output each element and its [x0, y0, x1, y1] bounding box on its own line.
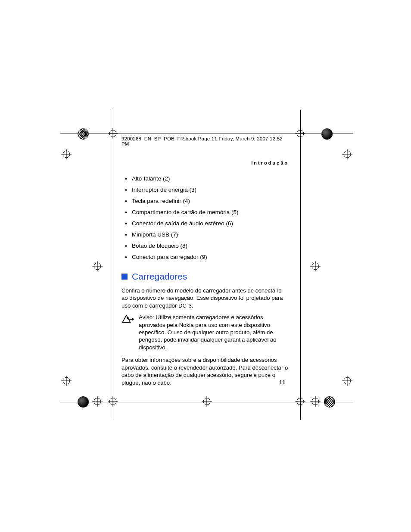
- list-item: Interruptor de energia (3): [121, 186, 289, 194]
- registration-cross-icon: [61, 376, 72, 386]
- crop-line: [300, 110, 301, 420]
- list-item: Tecla para redefinir (4): [121, 197, 289, 205]
- registration-cross-icon: [92, 396, 103, 407]
- registration-dot-icon: [78, 396, 89, 408]
- body-paragraph: Confira o número do modelo do carregador…: [121, 287, 289, 309]
- registration-cross-icon: [108, 128, 118, 139]
- registration-cross-icon: [295, 396, 305, 407]
- print-header-line: 9200268_EN_SP_POB_FR.book Page 11 Friday…: [121, 136, 289, 146]
- registration-cross-icon: [61, 149, 72, 159]
- registration-cross-icon: [342, 149, 352, 159]
- warning-block: Aviso: Utilize somente carregadores e ac…: [121, 314, 289, 351]
- registration-cross-icon: [92, 261, 103, 271]
- heading-text: Carregadores: [132, 271, 187, 282]
- section-heading: Carregadores: [121, 271, 289, 282]
- registration-cross-icon: [310, 396, 321, 407]
- crop-line: [60, 134, 353, 134]
- page-content: 9200268_EN_SP_POB_FR.book Page 11 Friday…: [121, 136, 289, 391]
- registration-cross-icon: [342, 376, 352, 386]
- square-bullet-icon: [121, 274, 128, 280]
- svg-marker-41: [132, 317, 134, 320]
- warning-text: Aviso: Utilize somente carregadores e ac…: [139, 314, 289, 351]
- registration-mark-icon: [324, 396, 335, 408]
- list-item: Botão de bloqueio (8): [121, 242, 289, 250]
- registration-mark-icon: [78, 128, 89, 140]
- list-item: Conector para carregador (9): [121, 253, 289, 261]
- registration-dot-icon: [321, 128, 333, 140]
- registration-cross-icon: [310, 261, 321, 271]
- body-paragraph: Para obter informações sobre a disponibi…: [121, 356, 289, 386]
- crop-line: [113, 110, 113, 420]
- registration-cross-icon: [295, 128, 305, 139]
- registration-cross-icon: [202, 396, 212, 407]
- section-header: Introdução: [121, 160, 289, 165]
- page-number: 11: [279, 379, 285, 386]
- list-item: Miniporta USB (7): [121, 231, 289, 239]
- list-item: Alto-falante (2): [121, 175, 289, 183]
- feature-bullet-list: Alto-falante (2) Interruptor de energia …: [121, 175, 289, 261]
- list-item: Compartimento de cartão de memória (5): [121, 208, 289, 216]
- warning-icon: [121, 314, 134, 351]
- list-item: Conector de saída de áudio estéreo (6): [121, 220, 289, 227]
- svg-marker-39: [122, 315, 130, 323]
- registration-cross-icon: [108, 396, 118, 407]
